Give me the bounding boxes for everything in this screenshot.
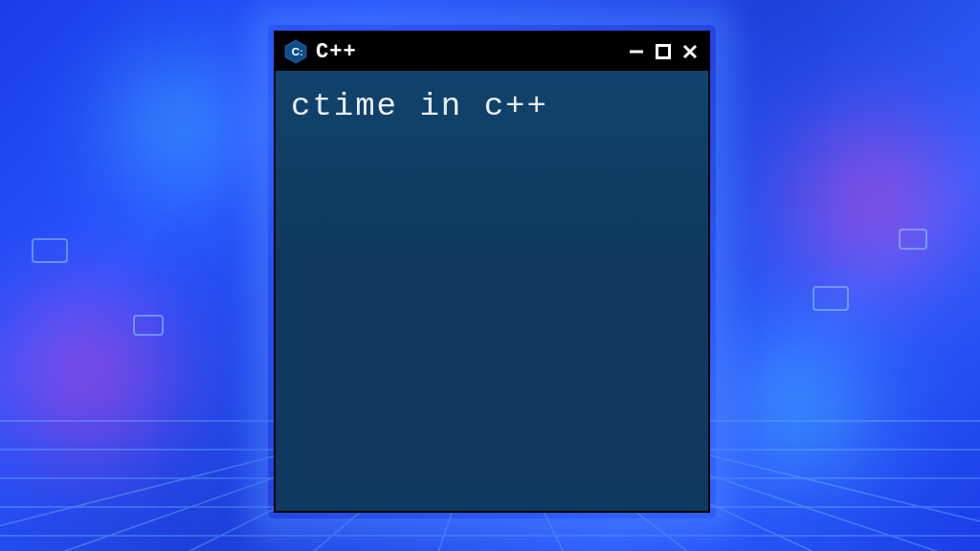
maximize-button[interactable] (653, 41, 674, 62)
svg-rect-3 (900, 230, 926, 249)
svg-rect-2 (813, 287, 848, 310)
svg-text:C: C (292, 46, 300, 57)
cpp-logo-icon: C + + (283, 39, 308, 64)
window-title: C++ (316, 40, 626, 64)
window-controls (626, 41, 701, 62)
minimize-button[interactable] (626, 41, 647, 62)
svg-rect-8 (657, 46, 670, 58)
close-button[interactable] (679, 41, 701, 62)
terminal-window-glow: C + + C++ ctime in c++ (268, 25, 716, 518)
terminal-output-area[interactable]: ctime in c++ (276, 71, 708, 511)
terminal-window: C + + C++ ctime in c++ (274, 31, 710, 513)
svg-rect-1 (134, 316, 163, 335)
terminal-text-line: ctime in c++ (291, 88, 548, 124)
titlebar[interactable]: C + + C++ (276, 33, 708, 71)
